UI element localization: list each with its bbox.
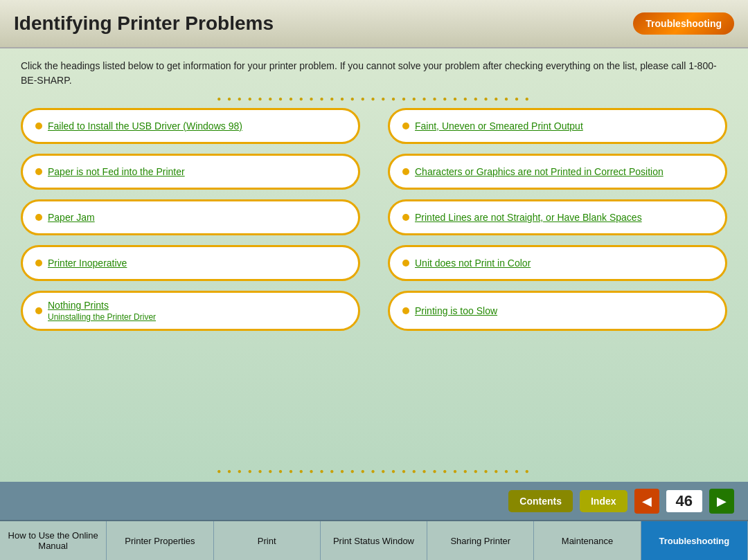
link-box-paper-feed[interactable]: Paper is not Fed into the Printer bbox=[21, 154, 360, 190]
bottom-dotted-line: ● ● ● ● ● ● ● ● ● ● ● ● ● ● ● ● ● ● ● ● … bbox=[21, 467, 727, 475]
link-inoperative[interactable]: Printer Inoperative bbox=[37, 258, 344, 269]
nav-item-3[interactable]: Print Status Window bbox=[321, 521, 427, 560]
controls-row: Contents Index ◀ 46 ▶ bbox=[0, 482, 748, 520]
link-usb[interactable]: Failed to Install the USB Driver (Window… bbox=[37, 120, 344, 132]
index-button[interactable]: Index bbox=[580, 490, 627, 512]
nav-item-6[interactable]: Troubleshooting bbox=[641, 521, 748, 560]
link-box-characters[interactable]: Characters or Graphics are not Printed i… bbox=[388, 154, 727, 190]
description-text: Click the headings listed below to get i… bbox=[21, 59, 727, 88]
dots-bottom: ● ● ● ● ● ● ● ● ● ● ● ● ● ● ● ● ● ● ● ● … bbox=[217, 467, 531, 475]
link-printed-lines[interactable]: Printed Lines are not Straight, or Have … bbox=[404, 212, 711, 223]
link-box-no-color[interactable]: Unit does not Print in Color bbox=[388, 245, 727, 281]
link-box-paper-jam[interactable]: Paper Jam bbox=[21, 199, 360, 235]
link-uninstall[interactable]: Uninstalling the Printer Driver bbox=[37, 312, 344, 322]
link-no-color[interactable]: Unit does not Print in Color bbox=[404, 258, 711, 269]
dots-top: ● ● ● ● ● ● ● ● ● ● ● ● ● ● ● ● ● ● ● ● … bbox=[217, 95, 531, 102]
link-box-printed-lines[interactable]: Printed Lines are not Straight, or Have … bbox=[388, 199, 727, 235]
top-dotted-line: ● ● ● ● ● ● ● ● ● ● ● ● ● ● ● ● ● ● ● ● … bbox=[21, 95, 727, 102]
page-title: Identifying Printer Problems bbox=[14, 12, 274, 35]
prev-button[interactable]: ◀ bbox=[634, 489, 659, 514]
link-box-too-slow[interactable]: Printing is too Slow bbox=[388, 291, 727, 331]
nav-item-0[interactable]: How to Use the Online Manual bbox=[0, 521, 107, 560]
link-box-inoperative[interactable]: Printer Inoperative bbox=[21, 245, 360, 281]
nav-item-5[interactable]: Maintenance bbox=[534, 521, 641, 560]
main-container: Identifying Printer Problems Troubleshoo… bbox=[0, 0, 748, 560]
link-box-nothing-prints[interactable]: Nothing Prints Uninstalling the Printer … bbox=[21, 291, 360, 331]
header-badge: Troubleshooting bbox=[633, 12, 734, 35]
next-button[interactable]: ▶ bbox=[709, 489, 734, 514]
header: Identifying Printer Problems Troubleshoo… bbox=[0, 0, 748, 48]
nav-item-1[interactable]: Printer Properties bbox=[107, 521, 213, 560]
link-paper-jam[interactable]: Paper Jam bbox=[37, 212, 344, 223]
link-too-slow[interactable]: Printing is too Slow bbox=[404, 305, 711, 316]
nav-item-4[interactable]: Sharing Printer bbox=[427, 521, 534, 560]
link-nothing-prints[interactable]: Nothing Prints bbox=[37, 300, 344, 311]
content-area: Click the headings listed below to get i… bbox=[0, 48, 748, 482]
link-paper-feed[interactable]: Paper is not Fed into the Printer bbox=[37, 166, 344, 177]
link-faint[interactable]: Faint, Uneven or Smeared Print Output bbox=[404, 120, 711, 132]
contents-button[interactable]: Contents bbox=[508, 490, 573, 512]
page-number: 46 bbox=[666, 490, 702, 512]
link-characters[interactable]: Characters or Graphics are not Printed i… bbox=[404, 166, 711, 177]
links-grid: Failed to Install the USB Driver (Window… bbox=[21, 108, 727, 462]
link-box-faint[interactable]: Faint, Uneven or Smeared Print Output bbox=[388, 108, 727, 144]
link-box-usb[interactable]: Failed to Install the USB Driver (Window… bbox=[21, 108, 360, 144]
bottom-nav: How to Use the Online ManualPrinter Prop… bbox=[0, 520, 748, 560]
nav-item-2[interactable]: Print bbox=[214, 521, 321, 560]
